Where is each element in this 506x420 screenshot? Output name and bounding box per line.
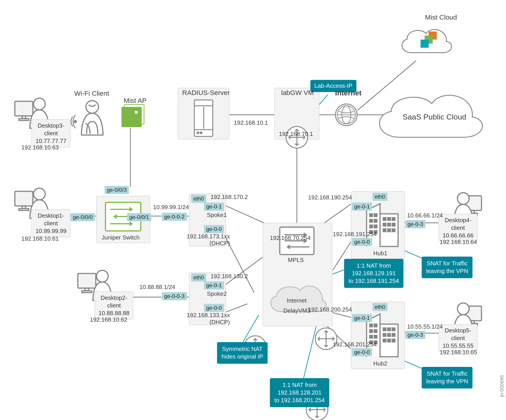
svg-rect-86 [374,330,377,332]
wifi-client-label: Wi-Fi Client [74,90,109,97]
server-icon [193,99,214,139]
desktop1-name: Desktop1- client [35,212,66,227]
spoke2-lan-ip: 10.88.88.1/24 [140,284,175,291]
spoke2-eth0: eth0 [191,273,206,282]
hub2-label: Hub2 [373,360,387,367]
svg-line-22 [304,326,316,378]
svg-point-103 [457,193,469,204]
mist-ap-label: Mist AP [124,97,147,104]
spoke2-ge01: ge-0-1 [204,281,224,290]
svg-point-37 [74,120,76,123]
hub1-ge00: ge-0-0 [352,238,372,246]
svg-rect-95 [388,334,390,336]
internet-label: Internet [335,89,361,97]
labgw-left-ip: 192.168.10.1 [234,119,268,126]
hub1-eth0-ip: 192.168.190.254 [308,194,352,201]
svg-rect-73 [383,218,386,220]
svg-rect-83 [370,324,373,327]
hub2-ge01: ge-0-1 [352,314,372,322]
svg-point-41 [33,98,45,110]
svg-rect-98 [388,339,390,342]
svg-point-45 [33,188,45,200]
desktop5-mgmt-ip: 192.168.10.65 [440,349,477,356]
switch-port-ge003: ge-0/0/3 [105,186,129,194]
spoke2-wan-ip: 192.168.133.1xx (DHCP) [187,312,230,326]
hub1-lan-ip: 10.66.66.1/24 [407,212,443,219]
spoke1-lan-ip: 10.99.99.1/24 [153,204,189,211]
svg-rect-67 [370,219,373,222]
svg-rect-81 [392,229,395,232]
spoke1-ge00: ge-0-0 [204,225,224,233]
desktop1-mgmt-ip: 192.168.10.61 [21,235,59,242]
svg-rect-91 [383,328,386,331]
desktop1-ip: 10.99.99.99 [35,227,66,235]
radius-server-label: RADIUS-Server [182,89,230,96]
snat1-callout: SNAT for Traffic leaving the VPN [422,257,473,278]
desktop5-ip: 10.55.55.55 [443,342,473,350]
svg-point-107 [457,303,469,315]
hub2-ge00: ge-0-0 [352,348,372,356]
spoke1-eth0: eth0 [191,195,206,203]
labgw-vm-label: labGW VM [281,89,314,96]
nat-201-callout: 1:1 NAT from 192.168.128.201 to 192.168.… [270,378,329,407]
svg-rect-87 [370,335,373,338]
desktop2-ip: 10.88.88.88 [99,310,129,317]
labgw-bottom-ip: 192.168.70.1 [279,130,313,137]
hub1-label: Hub1 [373,250,387,257]
svg-point-34 [197,132,199,134]
desktop4-ip: 10.66.66.66 [443,232,473,239]
globe-icon [335,103,358,126]
svg-point-49 [96,270,108,282]
internet-inner-label: Internet [287,297,306,304]
desktop4-mgmt-ip: 192.168.10.64 [440,239,477,246]
svg-rect-94 [383,334,386,336]
svg-rect-92 [388,328,390,331]
mpls-top-ip: 192.168.70.254 [270,235,311,242]
desktop2-name: Desktop2- client [99,294,129,310]
saas-cloud-label: SaaS Public Cloud [403,113,466,121]
snat2-callout: SNAT for Traffic leaving the VPN [422,367,473,388]
spoke2-label: Spoke2 [207,290,227,297]
hub2-eth0: eth0 [373,303,387,311]
mist-cloud-label: Mist Cloud [425,14,484,21]
hub2-eth0-ip: 192.168.200.254 [308,306,352,313]
switch-port-ge001: ge-0/0/1 [127,213,151,221]
spoke1-ge002: ge-0-0-2 [162,213,187,221]
desktop3-mgmt-ip: 192.168.10.63 [21,144,59,151]
svg-rect-65 [370,214,373,217]
svg-rect-79 [383,229,386,232]
svg-rect-99 [392,339,395,342]
spoke2-ge00: ge-0-0 [204,304,224,312]
hub1-eth0: eth0 [373,193,387,201]
hub1-ge00-ip: 192.168.191.254 [333,231,377,238]
symmetric-nat-callout: Symmetric NAT hides original IP [217,342,268,364]
spoke2-eth0-ip: 192.168.130.2 [211,273,248,280]
hub2-lan-ip: 10.55.55.1/24 [407,323,443,330]
hub1-ge03: ge-0-3 [405,220,425,228]
spoke1-eth0-ip: 192.168.170.2 [211,194,248,201]
nat-191-callout: 1:1 NAT from 192.168.129.191 to 192.168.… [344,259,403,288]
svg-rect-88 [374,335,377,338]
svg-rect-75 [392,218,395,220]
spoke1-ge01: ge-0-1 [204,203,224,211]
svg-rect-74 [388,218,390,220]
desktop3-ip: 10.77.77.77 [35,137,66,145]
mpls-label: MPLS [288,257,304,264]
mpls-icon [279,226,315,257]
svg-rect-77 [388,223,390,226]
svg-rect-66 [374,214,377,217]
hub1-ge01: ge-0-1 [352,203,372,211]
hub2-ge03: ge-0-3 [405,331,425,339]
hub2-ge00-ip: 192.168.201.254 [333,341,377,348]
svg-line-12 [224,304,247,313]
svg-rect-84 [374,324,377,327]
svg-rect-70 [374,225,377,228]
svg-rect-69 [370,225,373,228]
svg-point-35 [200,132,202,134]
svg-rect-85 [370,330,373,332]
svg-rect-96 [392,334,395,336]
desktop4-name: Desktop4- client [443,217,473,232]
svg-rect-76 [383,223,386,226]
mist-ap-icon [121,107,142,127]
svg-rect-97 [383,339,386,342]
